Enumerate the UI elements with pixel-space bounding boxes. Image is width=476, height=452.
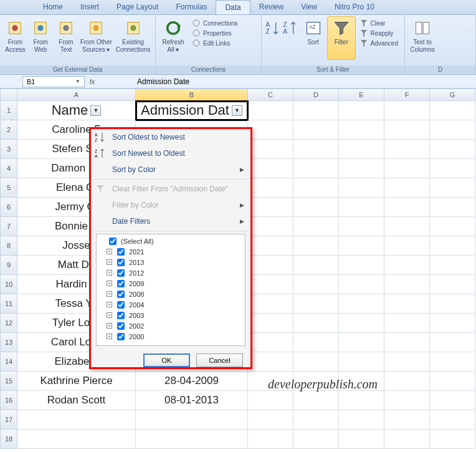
cell[interactable] xyxy=(430,178,475,198)
text-button[interactable]: From Text xyxy=(54,16,79,60)
tree-year[interactable]: +2008 xyxy=(98,289,244,299)
cell[interactable] xyxy=(248,120,293,140)
row-header[interactable]: 18 xyxy=(0,430,17,449)
tree-year[interactable]: +2000 xyxy=(98,331,244,342)
cell[interactable] xyxy=(339,236,384,256)
column-header-D[interactable]: D xyxy=(293,89,339,101)
cell[interactable] xyxy=(430,372,475,391)
row-header[interactable]: 2 xyxy=(0,120,17,140)
cell[interactable] xyxy=(339,140,384,159)
reapply-line[interactable]: Reapply xyxy=(359,29,398,37)
tree-year[interactable]: +2003 xyxy=(98,310,244,320)
column-header-E[interactable]: E xyxy=(339,89,384,101)
cell[interactable] xyxy=(384,101,430,120)
tab-review[interactable]: Review xyxy=(250,0,292,14)
column-header-F[interactable]: F xyxy=(384,89,430,101)
cell[interactable] xyxy=(17,430,136,449)
row-header[interactable]: 7 xyxy=(0,217,17,236)
cell[interactable] xyxy=(384,198,430,217)
cell[interactable] xyxy=(384,256,430,275)
cell[interactable] xyxy=(293,294,339,314)
checkbox[interactable] xyxy=(117,333,125,340)
select-all-corner[interactable] xyxy=(0,89,17,101)
cell[interactable] xyxy=(248,140,293,159)
cell[interactable] xyxy=(384,391,430,410)
tab-nitro-pro-10[interactable]: Nitro Pro 10 xyxy=(326,0,383,14)
cancel-button[interactable]: Cancel xyxy=(196,353,243,367)
cell[interactable]: Rodan Scott xyxy=(17,391,136,410)
cell[interactable] xyxy=(339,430,384,449)
tree-year[interactable]: +2021 xyxy=(98,246,244,257)
checkbox[interactable] xyxy=(117,259,125,266)
cell[interactable] xyxy=(17,410,136,430)
cell[interactable] xyxy=(384,140,430,159)
cell[interactable] xyxy=(248,314,293,333)
row-header[interactable]: 11 xyxy=(0,294,17,314)
cell[interactable] xyxy=(248,352,293,372)
cell[interactable] xyxy=(339,178,384,198)
cell[interactable] xyxy=(339,294,384,314)
expand-icon[interactable]: + xyxy=(107,259,112,265)
row-header[interactable]: 8 xyxy=(0,236,17,256)
text-to-columns-button[interactable]: Text to Columns xyxy=(407,16,437,60)
row-header[interactable]: 14 xyxy=(0,352,17,372)
tab-data[interactable]: Data xyxy=(216,0,250,14)
cell[interactable] xyxy=(384,314,430,333)
cell[interactable] xyxy=(430,217,475,236)
cell[interactable] xyxy=(430,140,475,159)
filter-button[interactable]: Filter xyxy=(327,16,355,60)
cell[interactable] xyxy=(430,198,475,217)
edit-line[interactable]: Edit Links xyxy=(192,39,238,47)
expand-icon[interactable]: + xyxy=(107,270,112,276)
cell[interactable] xyxy=(136,410,248,430)
checkbox[interactable] xyxy=(117,280,125,287)
name-box[interactable]: B1 ▼ xyxy=(22,76,85,87)
cell[interactable] xyxy=(293,236,339,256)
tree-year[interactable]: +2013 xyxy=(98,257,244,267)
fx-icon[interactable]: fx xyxy=(87,78,97,85)
cell[interactable] xyxy=(384,217,430,236)
cell[interactable] xyxy=(293,275,339,294)
row-header[interactable]: 12 xyxy=(0,314,17,333)
row-header[interactable]: 16 xyxy=(0,391,17,410)
cell[interactable] xyxy=(430,275,475,294)
row-header[interactable]: 9 xyxy=(0,256,17,275)
cell[interactable] xyxy=(248,198,293,217)
access-button[interactable]: From Access xyxy=(2,16,28,60)
cell[interactable]: Name▼ xyxy=(17,101,136,120)
cell[interactable] xyxy=(339,101,384,120)
expand-icon[interactable]: + xyxy=(107,291,112,297)
expand-icon[interactable]: + xyxy=(107,312,112,318)
cell[interactable] xyxy=(384,333,430,352)
expand-icon[interactable]: + xyxy=(107,249,112,254)
cell[interactable] xyxy=(293,391,339,410)
checkbox[interactable] xyxy=(117,291,125,298)
row-header[interactable]: 17 xyxy=(0,410,17,430)
advanced-line[interactable]: Advanced xyxy=(359,39,398,47)
filter-arrow[interactable]: ▼ xyxy=(90,105,101,116)
cell[interactable] xyxy=(248,178,293,198)
filter-arrow[interactable]: ▼ xyxy=(232,105,242,116)
cell[interactable] xyxy=(384,372,430,391)
other-button[interactable]: From Other Sources ▾ xyxy=(79,16,113,60)
tab-formulas[interactable]: Formulas xyxy=(167,0,216,14)
sort-oldest-item[interactable]: AZ Sort Oldest to Newest xyxy=(91,129,250,145)
row-header[interactable]: 6 xyxy=(0,198,17,217)
cell[interactable] xyxy=(339,198,384,217)
checkbox[interactable] xyxy=(117,312,125,319)
checkbox[interactable] xyxy=(117,301,125,309)
formula-input[interactable]: Admission Date xyxy=(135,77,476,86)
column-header-G[interactable]: G xyxy=(430,89,475,101)
cell[interactable] xyxy=(293,101,339,120)
cell[interactable] xyxy=(384,159,430,178)
tab-home[interactable]: Home xyxy=(34,0,72,14)
tree-select-all[interactable]: (Select All) xyxy=(98,236,244,246)
cell[interactable] xyxy=(430,120,475,140)
cell[interactable] xyxy=(248,236,293,256)
cell[interactable] xyxy=(430,159,475,178)
cell[interactable] xyxy=(430,294,475,314)
tree-year[interactable]: +2009 xyxy=(98,278,244,289)
expand-icon[interactable]: + xyxy=(107,281,112,286)
cell[interactable]: Admission Dat▼ xyxy=(136,101,248,120)
sort-newest-item[interactable]: ZA Sort Newest to Oldest xyxy=(91,145,250,161)
